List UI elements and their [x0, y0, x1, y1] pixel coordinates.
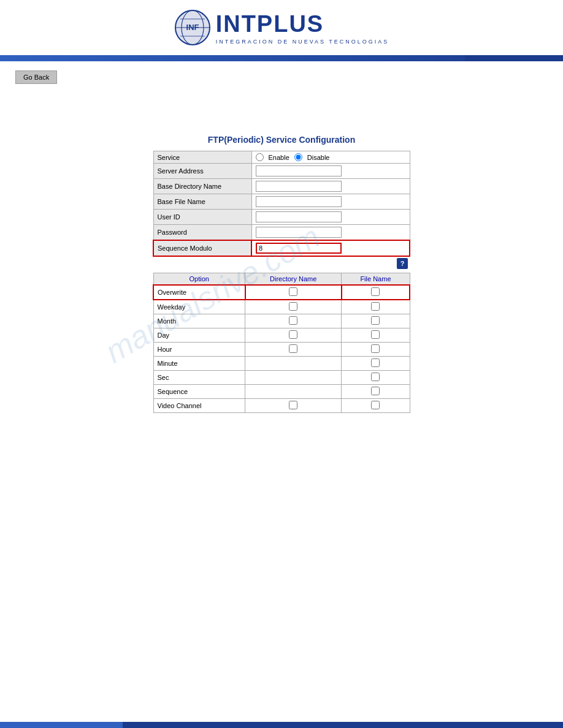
sequence-modulo-label: Sequence Modulo — [153, 240, 251, 256]
option-file-checkbox[interactable] — [371, 316, 380, 325]
option-label-cell: Minute — [153, 357, 245, 371]
option-file-checkbox[interactable] — [371, 401, 380, 409]
sequence-modulo-input[interactable] — [256, 243, 342, 254]
sequence-modulo-cell — [251, 240, 410, 256]
password-cell — [251, 225, 410, 241]
enable-label: Enable — [269, 154, 289, 161]
option-file-cell — [342, 343, 410, 357]
disable-label: Disable — [307, 154, 330, 161]
footer — [0, 722, 563, 728]
server-address-input[interactable] — [256, 165, 342, 176]
service-disable-radio[interactable] — [294, 153, 302, 161]
options-header-row: Option Directory Name File Name — [153, 273, 410, 286]
options-table: Option Directory Name File Name Overwrit… — [153, 273, 410, 413]
server-address-label: Server Address — [153, 164, 251, 179]
option-col-header: Option — [153, 273, 245, 286]
help-row-table: ? — [153, 257, 410, 270]
option-label-cell: Hour — [153, 343, 245, 357]
option-dir-checkbox[interactable] — [289, 316, 297, 325]
logo-area: INF INTPLUS INTEGRACION DE NUEVAS TECNOL… — [174, 9, 389, 46]
user-id-row: User ID — [153, 210, 410, 225]
option-label-cell: Video Channel — [153, 399, 245, 413]
option-file-checkbox[interactable] — [371, 287, 380, 296]
option-file-cell — [342, 285, 410, 300]
service-enable-radio[interactable] — [256, 153, 264, 161]
help-row: ? — [153, 257, 410, 270]
option-dir-cell — [245, 385, 342, 399]
user-id-label: User ID — [153, 210, 251, 225]
logo-title: INTPLUS — [216, 11, 389, 37]
option-file-cell — [342, 371, 410, 385]
server-address-row: Server Address — [153, 164, 410, 179]
password-input[interactable] — [256, 227, 342, 238]
option-file-checkbox[interactable] — [371, 373, 380, 381]
sequence-modulo-row: Sequence Modulo — [153, 240, 410, 256]
base-directory-cell — [251, 179, 410, 194]
option-row: Sec — [153, 371, 410, 385]
service-label: Service — [153, 151, 251, 164]
service-options-cell: Enable Disable — [251, 151, 410, 164]
option-file-checkbox[interactable] — [371, 387, 380, 395]
option-row: Video Channel — [153, 399, 410, 413]
password-label: Password — [153, 225, 251, 241]
option-dir-cell — [245, 371, 342, 385]
option-label-cell: Sec — [153, 371, 245, 385]
base-directory-input[interactable] — [256, 181, 342, 192]
option-dir-cell — [245, 314, 342, 328]
option-row: Day — [153, 328, 410, 343]
directory-col-header: Directory Name — [245, 273, 342, 286]
config-fields-table: Service Enable Disable Server Address — [153, 151, 410, 257]
option-row: Hour — [153, 343, 410, 357]
password-row: Password — [153, 225, 410, 241]
config-title: FTP(Periodic) Service Configuration — [153, 135, 410, 145]
option-row: Sequence — [153, 385, 410, 399]
filename-col-header: File Name — [342, 273, 410, 286]
option-label-cell: Day — [153, 328, 245, 343]
option-file-checkbox[interactable] — [371, 344, 380, 353]
base-file-label: Base File Name — [153, 194, 251, 210]
option-file-cell — [342, 314, 410, 328]
option-dir-checkbox[interactable] — [289, 401, 297, 409]
service-row: Service Enable Disable — [153, 151, 410, 164]
logo-subtitle: INTEGRACION DE NUEVAS TECNOLOGIAS — [216, 39, 389, 45]
option-row: Minute — [153, 357, 410, 371]
base-directory-label: Base Directory Name — [153, 179, 251, 194]
help-cell: ? — [153, 257, 410, 270]
option-dir-cell — [245, 300, 342, 314]
option-dir-checkbox[interactable] — [289, 344, 297, 353]
option-dir-checkbox[interactable] — [289, 330, 297, 339]
top-blue-bar — [0, 55, 563, 61]
option-label-cell: Weekday — [153, 300, 245, 314]
config-container: FTP(Periodic) Service Configuration Serv… — [153, 135, 410, 413]
option-dir-cell — [245, 357, 342, 371]
help-icon[interactable]: ? — [397, 258, 408, 269]
option-file-cell — [342, 328, 410, 343]
option-dir-checkbox[interactable] — [289, 287, 297, 296]
base-file-input[interactable] — [256, 196, 342, 207]
service-radio-group: Enable Disable — [256, 153, 406, 161]
option-label-cell: Overwrite — [153, 285, 245, 300]
user-id-input[interactable] — [256, 211, 342, 222]
base-directory-row: Base Directory Name — [153, 179, 410, 194]
option-dir-checkbox[interactable] — [289, 302, 297, 311]
header: INF INTPLUS INTEGRACION DE NUEVAS TECNOL… — [0, 0, 563, 55]
main-content: FTP(Periodic) Service Configuration Serv… — [0, 129, 563, 419]
svg-text:INF: INF — [186, 23, 199, 32]
option-dir-cell — [245, 343, 342, 357]
option-row: Month — [153, 314, 410, 328]
option-dir-cell — [245, 328, 342, 343]
option-row: Overwrite — [153, 285, 410, 300]
option-file-cell — [342, 357, 410, 371]
user-id-cell — [251, 210, 410, 225]
go-back-button[interactable]: Go Back — [15, 70, 57, 84]
option-file-checkbox[interactable] — [371, 302, 380, 311]
option-file-cell — [342, 300, 410, 314]
option-label-cell: Month — [153, 314, 245, 328]
option-dir-cell — [245, 285, 342, 300]
option-file-checkbox[interactable] — [371, 358, 380, 367]
option-file-checkbox[interactable] — [371, 330, 380, 339]
option-dir-cell — [245, 399, 342, 413]
base-file-cell — [251, 194, 410, 210]
option-file-cell — [342, 399, 410, 413]
logo-globe-icon: INF — [174, 9, 211, 46]
